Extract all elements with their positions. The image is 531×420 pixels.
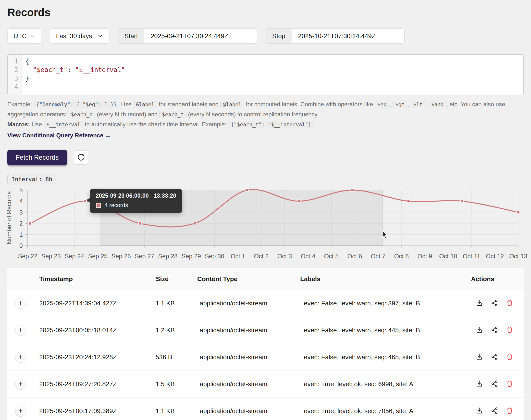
- start-label: Start: [118, 29, 144, 43]
- share-button[interactable]: [491, 380, 499, 389]
- actions-cell: [464, 326, 524, 334]
- help-text: Example:: [7, 101, 33, 107]
- start-input[interactable]: [144, 29, 257, 43]
- editor-gutter: 1234: [8, 55, 22, 95]
- query-editor[interactable]: 1234 { "$each_t": "$__interval"}: [7, 54, 524, 95]
- code-chip: $each_n: [68, 111, 95, 118]
- delete-button[interactable]: [506, 380, 514, 389]
- share-button[interactable]: [491, 353, 499, 361]
- data-point: [138, 222, 141, 225]
- data-point: [193, 222, 196, 225]
- expand-row-button[interactable]: [15, 298, 26, 309]
- svg-text:Oct 2: Oct 2: [254, 253, 268, 260]
- toolbar: UTC Last 30 days Start Stop: [7, 29, 524, 44]
- editor-code[interactable]: { "$each_t": "$__interval"}: [22, 55, 523, 95]
- help-text: Use: [30, 121, 44, 128]
- column-size: Size: [149, 271, 190, 287]
- code-line: {: [25, 57, 523, 66]
- data-point: [351, 189, 354, 192]
- svg-text:Sep 29: Sep 29: [182, 253, 201, 260]
- conditional-query-reference-link[interactable]: View Conditional Query Reference →: [7, 132, 111, 139]
- table-row: 2025-09-23T00:05:18.014Z1.2 KBapplicatio…: [7, 317, 524, 344]
- download-button[interactable]: [475, 407, 483, 415]
- records-table: Timestamp Size Content Type Labels Actio…: [7, 269, 524, 420]
- help-text: ,: [389, 101, 392, 107]
- delete-button[interactable]: [506, 299, 514, 308]
- timestamp-cell: 2025-09-22T14:39:04.427Z: [39, 300, 149, 307]
- timezone-select[interactable]: UTC: [7, 29, 41, 44]
- stop-input[interactable]: [292, 29, 404, 43]
- labels-cell: even: True, level: ok, seq: 6998, site: …: [293, 380, 464, 388]
- records-chart[interactable]: 012345Sep 22Sep 23Sep 24Sep 25Sep 26Sep …: [7, 187, 531, 263]
- data-point: [246, 189, 249, 192]
- svg-text:Oct 7: Oct 7: [371, 253, 385, 260]
- chevron-down-icon: [30, 33, 35, 38]
- help-bold: Macros:: [7, 121, 30, 128]
- code-chip: $and: [429, 101, 446, 108]
- svg-text:Oct 10: Oct 10: [439, 253, 457, 260]
- range-select[interactable]: Last 30 days: [50, 29, 109, 44]
- fetch-records-button[interactable]: Fetch Records: [7, 150, 67, 165]
- labels-cell: even: True, level: ok, seq: 7056, site: …: [293, 407, 464, 415]
- expand-row-button[interactable]: [15, 379, 26, 390]
- expand-row-button[interactable]: [15, 406, 26, 417]
- content-type-cell: application/octet-stream: [190, 353, 293, 361]
- column-actions: Actions: [464, 271, 524, 287]
- plus-icon: [18, 408, 24, 414]
- svg-text:Sep 23: Sep 23: [41, 253, 61, 260]
- svg-text:3: 3: [19, 209, 23, 216]
- download-button[interactable]: [475, 380, 483, 389]
- svg-text:Oct 12: Oct 12: [486, 253, 504, 260]
- delete-button[interactable]: [506, 353, 514, 361]
- interval-badge: Interval: 8h: [7, 174, 56, 184]
- svg-text:2: 2: [19, 220, 23, 227]
- query-help-text: Example: {"&anomaly": { "$eq": 1 }} Use …: [7, 99, 524, 130]
- svg-text:Sep 26: Sep 26: [111, 253, 131, 260]
- download-icon: [475, 326, 483, 334]
- timestamp-cell: 2025-09-23T00:05:18.014Z: [39, 327, 149, 334]
- chart-svg[interactable]: 012345Sep 22Sep 23Sep 24Sep 25Sep 26Sep …: [7, 187, 531, 262]
- download-icon: [475, 380, 483, 389]
- download-button[interactable]: [475, 299, 483, 308]
- timestamp-cell: 2025-09-24T09:27:20.827Z: [39, 380, 149, 388]
- plus-icon: [18, 354, 24, 360]
- download-button[interactable]: [475, 326, 483, 334]
- share-button[interactable]: [491, 326, 499, 334]
- svg-text:Oct 11: Oct 11: [463, 253, 480, 260]
- expand-row-button[interactable]: [15, 325, 26, 336]
- refresh-button[interactable]: [74, 150, 88, 165]
- share-button[interactable]: [491, 407, 499, 415]
- expand-cell: [7, 352, 39, 363]
- share-icon: [491, 380, 499, 389]
- help-line: Example: {"&anomaly": { "$eq": 1 }} Use …: [7, 99, 524, 120]
- table-row: 2025-09-25T00:17:09.389Z1.1 KBapplicatio…: [7, 398, 524, 420]
- data-point: [407, 200, 410, 203]
- share-icon: [491, 326, 499, 334]
- y-axis-label: Number of Records: [7, 191, 13, 244]
- trash-icon: [506, 380, 514, 389]
- svg-text:Oct 9: Oct 9: [418, 253, 432, 260]
- expand-row-button[interactable]: [15, 352, 26, 363]
- delete-button[interactable]: [506, 407, 514, 415]
- size-cell: 536 B: [149, 353, 190, 361]
- svg-text:Oct 5: Oct 5: [324, 253, 339, 260]
- expand-cell: [7, 406, 39, 417]
- code-chip: @label: [220, 101, 244, 108]
- data-point: [517, 210, 520, 214]
- share-icon: [491, 299, 499, 308]
- help-line: Macros: Use $__interval to automatically…: [7, 120, 524, 130]
- share-button[interactable]: [491, 299, 499, 308]
- plus-icon: [18, 327, 24, 333]
- line-number: 1: [8, 57, 22, 66]
- svg-text:Sep 28: Sep 28: [158, 253, 177, 260]
- table-body: 2025-09-22T14:39:04.427Z1.1 KBapplicatio…: [7, 290, 524, 420]
- help-text: for standard labels and: [157, 101, 220, 107]
- svg-text:Sep 27: Sep 27: [135, 253, 154, 260]
- help-text: Use: [119, 101, 133, 107]
- help-text: ,: [407, 101, 410, 107]
- help-text: ,: [425, 101, 428, 107]
- delete-button[interactable]: [506, 326, 514, 334]
- code-line: [25, 83, 523, 91]
- download-button[interactable]: [475, 353, 483, 361]
- svg-text:Oct 3: Oct 3: [277, 253, 292, 260]
